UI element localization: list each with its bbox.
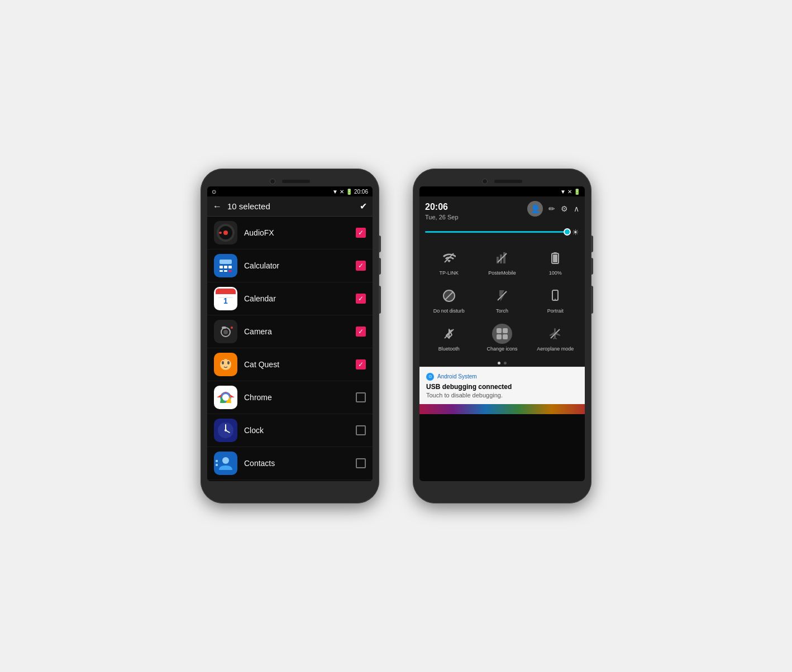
app-name-calendar: Calendar: [244, 294, 349, 303]
list-item[interactable]: Chrome: [207, 381, 373, 414]
checkbox-chrome[interactable]: [356, 392, 366, 402]
list-item[interactable]: AudioFX: [207, 217, 373, 249]
battery-icon: 🔋: [346, 189, 352, 195]
svg-rect-3: [219, 232, 222, 234]
notification-app-name: Android System: [437, 373, 477, 380]
phone-bottom-2: [419, 481, 585, 497]
confirm-button[interactable]: ✔: [360, 201, 367, 212]
tile-label-wifi: TP-LINK: [439, 270, 459, 276]
qs-page-dots: [419, 359, 585, 367]
svg-point-21: [231, 327, 233, 329]
svg-rect-48: [553, 255, 557, 262]
status-right: ▼ ✕ 🔋 20:06: [332, 189, 368, 195]
power-button[interactable]: [379, 286, 381, 314]
tile-label-portrait: Portrait: [547, 308, 564, 314]
svg-rect-7: [224, 266, 227, 268]
signal-icon-2: ✕: [567, 189, 572, 195]
list-item[interactable]: Clock: [207, 414, 373, 447]
tile-airplane[interactable]: Aeroplane mode: [529, 319, 581, 356]
tile-label-dnd: Do not disturb: [433, 308, 465, 314]
checkbox-catquest[interactable]: [356, 359, 366, 369]
tile-portrait[interactable]: Portrait: [529, 281, 581, 318]
catquest-icon: [214, 353, 237, 376]
torch-tile-icon: [492, 286, 512, 306]
vol-up-button-2[interactable]: [591, 236, 593, 252]
list-item[interactable]: Camera: [207, 315, 373, 348]
page-wrapper: ⊙ ▼ ✕ 🔋 20:06 ← 10 selected ✔: [178, 146, 614, 526]
svg-rect-39: [216, 464, 218, 466]
speaker-2: [494, 180, 522, 183]
phone-2-screen: ▼ ✕ 🔋 20:06 Tue, 26 Sep 👤 ✏ ⚙ ∧: [419, 186, 585, 481]
tile-dnd[interactable]: Do not disturb: [423, 281, 475, 318]
svg-rect-20: [222, 327, 226, 329]
list-item[interactable]: 1 Calendar: [207, 282, 373, 315]
edit-icon[interactable]: ✏: [548, 204, 555, 213]
app-name-contacts: Contacts: [244, 459, 349, 468]
app-name-clock: Clock: [244, 426, 349, 435]
checkbox-calendar[interactable]: [356, 294, 366, 304]
status-right-2: ▼ ✕ 🔋: [560, 189, 580, 195]
power-button-2[interactable]: [591, 286, 593, 314]
app-list-header: ← 10 selected ✔: [207, 196, 373, 217]
status-time: 20:06: [354, 189, 368, 195]
tile-change-icons[interactable]: Change icons: [476, 319, 528, 356]
calendar-icon: 1: [214, 287, 237, 310]
vol-down-button-2[interactable]: [591, 258, 593, 275]
collapse-icon[interactable]: ∧: [574, 204, 579, 213]
user-avatar[interactable]: 👤: [527, 201, 543, 217]
qs-date: Tue, 26 Sep: [425, 213, 459, 222]
checkbox-clock[interactable]: [356, 425, 366, 435]
list-item[interactable]: Calculator: [207, 249, 373, 282]
tile-bluetooth[interactable]: Bluetooth: [423, 319, 475, 356]
list-item[interactable]: Cat Quest: [207, 348, 373, 381]
tile-label-battery: 100%: [549, 270, 562, 276]
status-bar-1: ⊙ ▼ ✕ 🔋 20:06: [207, 186, 373, 196]
checkbox-contacts[interactable]: [356, 458, 366, 468]
svg-rect-10: [224, 270, 227, 272]
svg-point-2: [223, 231, 228, 235]
portrait-tile-icon: [545, 286, 565, 306]
brightness-control: ☀: [419, 224, 585, 240]
svg-rect-11: [228, 270, 232, 272]
notification-card[interactable]: ⊙ Android System USB debugging connected…: [419, 367, 585, 404]
tile-torch[interactable]: Torch: [476, 281, 528, 318]
camera-icon: [214, 320, 237, 343]
svg-rect-57: [503, 328, 508, 333]
back-button[interactable]: ←: [213, 201, 222, 212]
qs-time: 20:06: [425, 201, 459, 213]
app-name-audiofx: AudioFX: [244, 228, 349, 237]
list-item[interactable]: Contacts: [207, 447, 373, 480]
tile-signal[interactable]: PosteMobile: [476, 243, 528, 280]
phone-2: ▼ ✕ 🔋 20:06 Tue, 26 Sep 👤 ✏ ⚙ ∧: [413, 169, 591, 503]
speaker: [282, 180, 310, 183]
app-name-catquest: Cat Quest: [244, 360, 349, 369]
checkbox-camera[interactable]: [356, 327, 366, 337]
svg-point-25: [227, 361, 230, 364]
vol-down-button[interactable]: [379, 258, 381, 275]
phone-1-screen: ⊙ ▼ ✕ 🔋 20:06 ← 10 selected ✔: [207, 186, 373, 481]
wifi-tile-icon: [439, 248, 459, 268]
app-list: AudioFX: [207, 217, 373, 481]
phone-top-bar: [207, 175, 373, 186]
phone-1: ⊙ ▼ ✕ 🔋 20:06 ← 10 selected ✔: [201, 169, 379, 503]
svg-rect-56: [497, 328, 502, 333]
svg-point-30: [222, 394, 229, 401]
notification-body: Touch to disable debugging.: [426, 392, 578, 399]
status-left: ⊙: [212, 189, 216, 195]
vol-up-button[interactable]: [379, 236, 381, 252]
brightness-icon: ☀: [572, 228, 579, 237]
dot-2: [504, 362, 507, 364]
tile-wifi[interactable]: TP-LINK: [423, 243, 475, 280]
tile-battery[interactable]: 100%: [529, 243, 581, 280]
dot-1: [498, 362, 500, 364]
brightness-bar[interactable]: [425, 231, 567, 233]
clock-icon: [214, 419, 237, 442]
app-name-camera: Camera: [244, 327, 349, 336]
qs-header-icons: 👤 ✏ ⚙ ∧: [527, 201, 579, 217]
notification-title: USB debugging connected: [426, 383, 578, 391]
checkbox-calculator[interactable]: [356, 261, 366, 271]
settings-icon[interactable]: ⚙: [561, 204, 568, 213]
dnd-tile-icon: [439, 286, 459, 306]
checkbox-audiofx[interactable]: [356, 228, 366, 238]
qs-header: 20:06 Tue, 26 Sep 👤 ✏ ⚙ ∧: [419, 196, 585, 224]
